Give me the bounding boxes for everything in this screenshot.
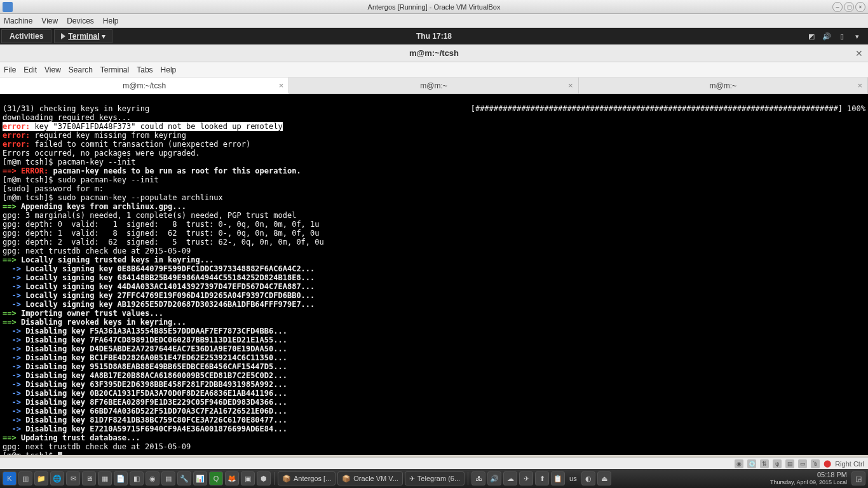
tray-icon[interactable]: 📋 — [551, 471, 565, 485]
vbox-usb-icon[interactable]: ψ — [773, 459, 782, 468]
tray-icon[interactable]: ✈ — [519, 471, 533, 485]
taskbar-icon[interactable]: ▥ — [18, 471, 32, 485]
host-taskbar: K ▥ 📁 🌐 ✉ 🖥 ▦ 📄 ◧ ◉ ▤ 🔧 📊 Q 🦊 ▣ ⬢ 📦Anter… — [0, 469, 868, 488]
host-menubar: Machine View Devices Help — [0, 14, 868, 28]
taskbar-icon[interactable]: ▤ — [161, 471, 175, 485]
term-menu-help[interactable]: Help — [161, 65, 177, 74]
terminal-tab-strip: m@m:~/tcsh × m@m:~ × m@m:~ × — [0, 78, 868, 94]
system-menu-icon[interactable]: ▾ — [853, 32, 862, 41]
taskbar-icon[interactable]: ✉ — [66, 471, 80, 485]
gnome-clock[interactable]: Thu 17:18 — [416, 32, 452, 41]
term-menu-file[interactable]: File — [4, 65, 16, 74]
taskbar-icon[interactable]: Q — [209, 471, 223, 485]
tray-icon[interactable]: ⏏ — [597, 471, 611, 485]
taskbar-icon[interactable]: 📁 — [34, 471, 48, 485]
gnome-topbar: Activities Terminal ▾ Thu 17:18 ◩ 🔊 ▯ ▾ — [0, 28, 868, 44]
menu-help[interactable]: Help — [103, 17, 119, 25]
taskbar-task-oraclevm[interactable]: 📦Oracle VM V... — [337, 471, 403, 485]
keyboard-layout[interactable]: us — [567, 475, 580, 482]
terminal-icon — [61, 33, 65, 39]
host-clock[interactable]: 05:18 PM Thursday, April 09, 2015 Local — [770, 471, 850, 486]
taskbar-icon[interactable]: ◉ — [146, 471, 159, 485]
tray-icon[interactable]: ⬆ — [535, 471, 549, 485]
taskbar-task-antergos[interactable]: 📦Antergos [... — [278, 471, 336, 485]
terminal-tab-2-label: m@m:~ — [420, 81, 447, 90]
term-menu-tabs[interactable]: Tabs — [137, 65, 153, 74]
tab-close-icon[interactable]: × — [279, 81, 284, 90]
close-button[interactable]: × — [855, 2, 865, 12]
terminal-cursor — [58, 452, 62, 455]
taskbar-icon[interactable]: ⬢ — [257, 471, 271, 485]
vbox-status-bar: ◉ 💿 ⇅ ψ ▤ ▭ 🖱 ⬤ Right Ctrl — [0, 458, 868, 469]
show-desktop-icon[interactable]: ◲ — [851, 471, 865, 485]
vbox-hdd-icon[interactable]: ◉ — [735, 459, 743, 468]
vbox-net-icon[interactable]: ⇅ — [760, 459, 769, 468]
app-menu-terminal[interactable]: Terminal ▾ — [54, 29, 112, 43]
battery-icon[interactable]: ▯ — [837, 32, 846, 41]
terminal-window-title: m@m:~/tcsh — [409, 48, 459, 58]
vbox-shared-icon[interactable]: ▤ — [785, 459, 794, 468]
vbox-optical-icon[interactable]: 💿 — [747, 459, 756, 468]
tray-icon[interactable]: 🖧 — [471, 471, 485, 485]
taskbar-icon[interactable]: 🦊 — [225, 471, 239, 485]
vbox-display-icon[interactable]: ▭ — [798, 459, 807, 468]
terminal-tab-3[interactable]: m@m:~ × — [579, 78, 868, 93]
vbox-mouse-icon[interactable]: 🖱 — [811, 459, 820, 468]
term-menu-edit[interactable]: Edit — [24, 65, 37, 74]
term-menu-search[interactable]: Search — [69, 65, 93, 74]
activities-button[interactable]: Activities — [1, 29, 51, 43]
term-menu-terminal[interactable]: Terminal — [100, 65, 129, 74]
app-menu-label: Terminal ▾ — [68, 32, 105, 41]
menu-machine[interactable]: Machine — [4, 17, 32, 25]
terminal-output[interactable]: (31/31) checking keys in keyring [######… — [0, 94, 868, 455]
maximize-button[interactable]: ◻ — [844, 2, 854, 12]
minimize-button[interactable]: – — [832, 2, 843, 12]
vbox-capture-icon: ⬤ — [824, 459, 831, 468]
taskbar-icon[interactable]: 📄 — [114, 471, 128, 485]
taskbar-task-telegram[interactable]: ✈Telegram (6... — [405, 471, 465, 485]
tray-icon[interactable]: 🔊 — [487, 471, 501, 485]
terminal-tab-3-label: m@m:~ — [710, 81, 737, 90]
gnome-tray: ◩ 🔊 ▯ ▾ — [807, 32, 868, 41]
volume-icon[interactable]: 🔊 — [822, 32, 831, 41]
taskbar-icon[interactable]: 🖥 — [82, 471, 96, 485]
tray-icon[interactable]: ◐ — [581, 471, 595, 485]
terminal-tab-1-label: m@m:~/tcsh — [123, 81, 166, 90]
tab-close-icon[interactable]: × — [568, 81, 573, 90]
tray-icon[interactable]: ☁ — [503, 471, 517, 485]
tab-close-icon[interactable]: × — [857, 81, 862, 90]
virtualbox-icon — [3, 2, 13, 12]
taskbar-icon[interactable]: 🔧 — [177, 471, 191, 485]
menu-view[interactable]: View — [41, 17, 58, 25]
terminal-titlebar: m@m:~/tcsh ✕ — [0, 44, 868, 62]
terminal-tab-1[interactable]: m@m:~/tcsh × — [0, 78, 289, 94]
terminal-tab-2[interactable]: m@m:~ × — [289, 78, 578, 93]
taskbar-icon[interactable]: ▣ — [241, 471, 255, 485]
taskbar-icon[interactable]: 🌐 — [50, 471, 64, 485]
accessibility-icon[interactable]: ◩ — [807, 32, 816, 41]
taskbar-icon[interactable]: ▦ — [98, 471, 112, 485]
menu-devices[interactable]: Devices — [67, 17, 94, 25]
terminal-close-button[interactable]: ✕ — [855, 48, 863, 58]
terminal-menubar: File Edit View Search Terminal Tabs Help — [0, 62, 868, 78]
host-titlebar: Antergos [Running] - Oracle VM VirtualBo… — [0, 0, 868, 14]
term-menu-view[interactable]: View — [44, 65, 61, 74]
taskbar-icon[interactable]: 📊 — [193, 471, 207, 485]
host-window-title: Antergos [Running] - Oracle VM VirtualBo… — [368, 3, 501, 11]
kde-launcher-icon[interactable]: K — [3, 471, 17, 485]
taskbar-icon[interactable]: ◧ — [130, 471, 144, 485]
vbox-host-key: Right Ctrl — [835, 460, 864, 468]
